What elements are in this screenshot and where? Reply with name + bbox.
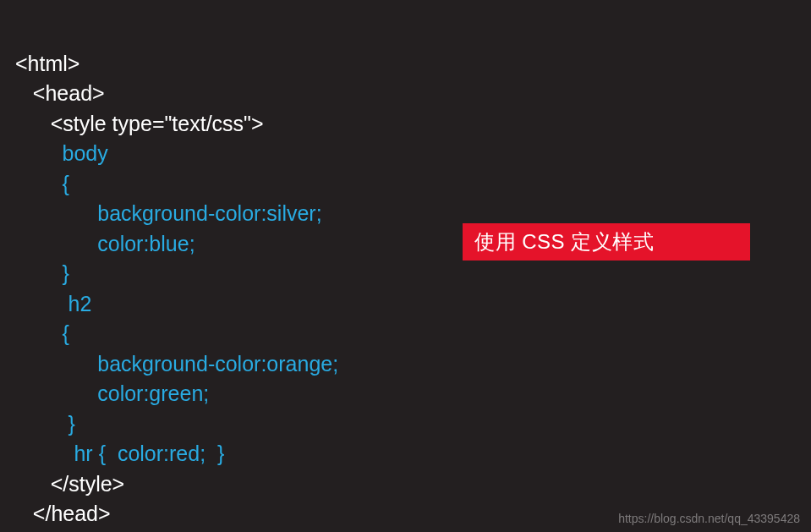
code-block: <html> <head> <style type="text/css"> bo… [0,0,811,532]
code-line-part: "text/css" [164,112,251,135]
watermark-text: https://blog.csdn.net/qq_43395428 [618,512,800,525]
code-line: color:blue; [15,232,195,255]
code-line: color:green; [15,381,209,405]
code-line: background-color:silver; [15,201,322,225]
code-line: { [15,172,69,195]
annotation-label: 使用 CSS 定义样式 [463,223,750,261]
code-line-part: hr [15,442,99,465]
code-line-part: } [217,442,224,465]
code-line: <head> [15,81,105,105]
code-line: body [15,141,108,165]
code-line: } [15,261,69,285]
code-line: </style> [15,472,124,496]
code-line: </head> [15,502,111,525]
code-line: } [15,412,75,436]
code-line: background-color:orange; [15,352,338,376]
annotation-text: 使用 CSS 定义样式 [474,228,654,255]
code-line: h2 [15,292,91,315]
code-line-part: { [99,442,106,465]
code-line-part: color:red; [106,442,217,465]
code-line: <html> [15,52,79,75]
code-line-part: <style type= [15,112,164,135]
code-line-part: > [251,112,264,135]
code-line: { [15,321,69,345]
